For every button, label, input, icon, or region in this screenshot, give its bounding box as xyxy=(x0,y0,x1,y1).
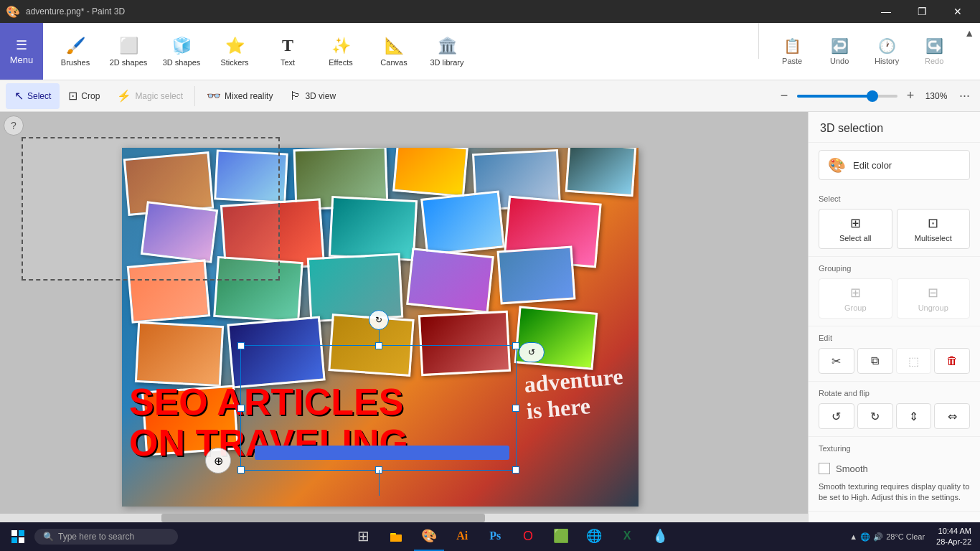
edit-section-label: Edit xyxy=(819,334,970,342)
rotate-ccw-button[interactable]: ↺ xyxy=(819,403,854,429)
opera-icon: O xyxy=(523,529,533,544)
tool-effects[interactable]: ✨ Effects xyxy=(316,27,366,77)
minecraft-app[interactable]: 🟩 xyxy=(546,522,576,551)
windows-logo xyxy=(11,530,24,543)
paste-button[interactable]: 📋 Paste xyxy=(769,27,815,77)
group-button[interactable]: ⊞ Group xyxy=(819,278,892,319)
handle-mid-right[interactable] xyxy=(512,405,519,412)
menu-button[interactable]: ☰ Menu xyxy=(0,23,43,80)
tool-3dshapes[interactable]: 🧊 3D shapes xyxy=(156,27,207,77)
photo-tile-6 xyxy=(565,148,637,197)
taskbar-apps: ⊞ 🎨 Ai Ps O 🟩 🌐 X 💧 xyxy=(179,522,844,551)
taskbar-search[interactable]: 🔍 Type here to search xyxy=(34,529,178,545)
magic-select-button[interactable]: ⚡ Magic select xyxy=(108,83,192,109)
taskbar: 🔍 Type here to search ⊞ 🎨 Ai Ps O 🟩 🌐 xyxy=(0,522,980,551)
file-manager-app[interactable] xyxy=(381,522,411,551)
ungroup-button[interactable]: ⊟ Ungroup xyxy=(897,278,971,319)
3d-view-icon: 🏳 xyxy=(290,90,301,103)
tool-2dshapes[interactable]: ⬜ 2D shapes xyxy=(103,27,154,77)
handle-bottom-right[interactable] xyxy=(512,466,519,474)
ps-icon: Ps xyxy=(489,529,501,542)
group-icon: ⊞ xyxy=(850,285,861,301)
illustrator-app[interactable]: Ai xyxy=(447,522,477,551)
zoom-in-button[interactable]: + xyxy=(902,88,919,105)
edit-color-button[interactable]: 🎨 Edit color xyxy=(819,150,970,180)
tool-brushes[interactable]: 🖌️ Brushes xyxy=(50,27,100,77)
flip-v-button[interactable]: ⇕ xyxy=(896,403,932,429)
grouping-label: Grouping xyxy=(819,264,970,273)
zoom-track xyxy=(797,95,872,98)
close-button[interactable]: ✕ xyxy=(941,0,974,23)
history-icon: 🕐 xyxy=(878,37,896,55)
smooth-label: Smooth xyxy=(836,463,868,474)
edit-buttons: ✂ ⧉ ⬚ 🗑 xyxy=(819,348,970,374)
texturing-label: Texturing xyxy=(819,444,970,453)
more-options-button[interactable]: ··· xyxy=(955,87,974,105)
excel-app[interactable]: X xyxy=(612,522,642,551)
tool-text[interactable]: T Text xyxy=(263,27,313,77)
zoom-thumb[interactable] xyxy=(867,90,878,102)
canvas-icon: 📐 xyxy=(385,37,404,55)
redo-icon: ↪️ xyxy=(925,37,943,55)
canvas-paper[interactable]: adventureis here SEO ARTICLES ON TRAVELI… xyxy=(122,148,639,507)
photo-tile-17 xyxy=(135,321,224,387)
3d-view-button[interactable]: 🏳 3D view xyxy=(281,83,344,109)
chrome-app[interactable]: 🌐 xyxy=(579,522,609,551)
clock[interactable]: 10:44 AM 28-Apr-22 xyxy=(930,526,977,548)
menu-label: Menu xyxy=(10,55,34,65)
select-all-button[interactable]: ⊞ Select all xyxy=(819,209,892,249)
select-icon: ↖ xyxy=(14,89,24,103)
paste-panel-button[interactable]: ⬚ xyxy=(896,348,932,374)
scrollbar-thumb[interactable] xyxy=(161,514,484,522)
taskview-button[interactable]: ⊞ xyxy=(348,522,378,551)
horizontal-scrollbar[interactable] xyxy=(0,514,808,522)
selected-object-bar[interactable] xyxy=(255,446,509,460)
excel-icon: X xyxy=(623,529,631,542)
handle-bottom-left[interactable] xyxy=(237,466,245,474)
opera-app[interactable]: O xyxy=(513,522,543,551)
photoshop-app[interactable]: Ps xyxy=(480,522,510,551)
tool-3dlibrary[interactable]: 🏛️ 3D library xyxy=(422,27,472,77)
ribbon-collapse-button[interactable]: ▲ xyxy=(964,23,980,80)
zoom-control: − + 130% xyxy=(770,88,955,105)
undo-button[interactable]: ↩️ Undo xyxy=(816,27,862,77)
tool-stickers[interactable]: ⭐ Stickers xyxy=(209,27,260,77)
paint-app[interactable]: 💧 xyxy=(645,522,675,551)
paint3d-app[interactable]: 🎨 xyxy=(414,522,444,551)
cut-button[interactable]: ✂ xyxy=(819,348,854,374)
minimize-button[interactable]: — xyxy=(870,0,903,23)
handle-bottom-center[interactable] xyxy=(375,466,382,474)
adventure-text-overlay: adventureis here xyxy=(523,363,626,425)
shapes2d-icon: ⬜ xyxy=(119,37,138,55)
smooth-checkbox[interactable] xyxy=(819,463,830,474)
paint3d-icon: 🎨 xyxy=(421,528,437,544)
svg-rect-1 xyxy=(390,534,402,542)
canvas-area[interactable]: ? xyxy=(0,112,808,522)
photo-tile-19 xyxy=(328,314,414,377)
brushes-icon: 🖌️ xyxy=(66,37,85,55)
zoom-out-button[interactable]: − xyxy=(776,88,793,105)
flip-h-button[interactable]: ⇔ xyxy=(934,403,970,429)
copy-button[interactable]: ⧉ xyxy=(857,348,893,374)
mixed-reality-button[interactable]: 👓 Mixed reality xyxy=(198,83,281,109)
delete-button[interactable]: 🗑 xyxy=(934,348,970,374)
rotate-cw-button[interactable]: ↻ xyxy=(857,403,893,429)
tool-canvas[interactable]: 📐 Canvas xyxy=(369,27,419,77)
show-hidden-icon[interactable]: ▲ xyxy=(849,532,857,541)
grouping-section: Grouping ⊞ Group ⊟ Ungroup xyxy=(809,257,980,326)
multiselect-icon: ⊡ xyxy=(928,215,938,231)
zoom-slider[interactable] xyxy=(797,95,897,98)
help-button[interactable]: ? xyxy=(4,116,24,136)
redo-button[interactable]: ↪️ Redo xyxy=(911,27,957,77)
select-tool-button[interactable]: ↖ Select xyxy=(6,83,60,109)
start-button[interactable] xyxy=(3,522,33,551)
paste-icon: 📋 xyxy=(783,37,801,55)
rotate-line-bottom xyxy=(379,470,380,496)
maximize-button[interactable]: ❐ xyxy=(905,0,938,23)
paint-icon: 💧 xyxy=(652,528,668,544)
history-button[interactable]: 🕐 History xyxy=(864,27,910,77)
multiselect-button[interactable]: ⊡ Multiselect xyxy=(897,209,971,249)
stickers-icon: ⭐ xyxy=(225,37,245,55)
crop-tool-button[interactable]: ⊡ Crop xyxy=(60,83,108,109)
ribbon-divider xyxy=(758,23,759,59)
